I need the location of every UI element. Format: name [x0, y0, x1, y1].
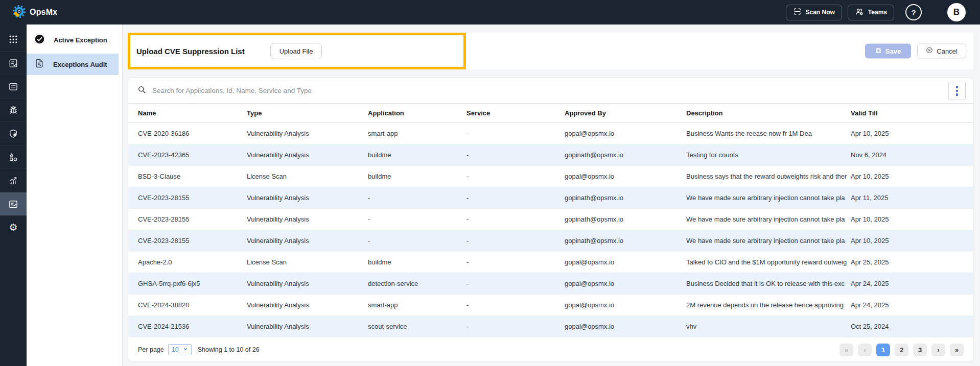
teams-button[interactable]: Teams [848, 5, 894, 20]
per-page-select[interactable]: 10 [168, 344, 192, 355]
app-screen: OpsMx Scan Now [0, 0, 980, 366]
cell-valid-till: Oct 25, 2024 [851, 323, 973, 330]
pagination-last-button[interactable]: » [950, 344, 964, 356]
cell-valid-till: Apr 10, 2025 [851, 237, 973, 245]
pagination-next-button[interactable]: › [931, 344, 945, 356]
cell-description: Testing for counts [686, 151, 851, 159]
cell-application: - [368, 237, 466, 245]
cell-name: CVE-2023-42365 [128, 151, 247, 159]
kebab-dot [956, 86, 959, 88]
cell-valid-till: Apr 11, 2025 [851, 194, 973, 202]
brand-logo[interactable]: OpsMx [12, 5, 57, 20]
brand-name: OpsMx [30, 8, 57, 17]
sidebar-item-label: Exceptions Audit [53, 61, 107, 68]
cell-application: - [368, 215, 466, 223]
rail-item-reports[interactable] [0, 75, 27, 98]
scan-now-label: Scan Now [806, 9, 835, 16]
scan-icon [793, 7, 802, 17]
table-row[interactable]: CVE-2023-28155Vulnerability Analysis--go… [128, 209, 973, 230]
rail-item-apps[interactable] [0, 28, 27, 51]
table-row[interactable]: CVE-2024-21536Vulnerability Analysisscou… [128, 316, 973, 337]
cell-approved-by: gopal@opsmx.io [565, 130, 686, 137]
cancel-button[interactable]: Cancel [917, 44, 966, 59]
rail-item-security[interactable] [0, 121, 27, 145]
table-row[interactable]: CVE-2023-28155Vulnerability Analysis--go… [128, 187, 973, 209]
cell-service: - [466, 130, 565, 137]
cell-approved-by: gopal@opsmx.io [565, 258, 686, 266]
kebab-dot [956, 90, 959, 92]
sidebar-item-exceptions-audit[interactable]: Exceptions Audit [27, 54, 119, 75]
cell-name: CVE-2020-36186 [128, 130, 247, 137]
pagination-page-2[interactable]: 2 [895, 344, 908, 356]
rail-item-settings[interactable]: ⚙ [0, 215, 27, 239]
cell-approved-by: gopinath@opsmx.io [565, 215, 686, 223]
cell-type: Vulnerability Analysis [247, 215, 368, 223]
table-header-row: Name Type Application Service Approved B… [128, 104, 973, 123]
cell-approved-by: gopinath@opsmx.io [565, 151, 686, 159]
cell-description: Business Decided that it is OK to releas… [686, 280, 851, 287]
table-row[interactable]: BSD-3-ClauseLicense Scanbuildme-gopal@op… [128, 166, 973, 187]
icon-rail: ⚙ [0, 25, 27, 366]
cell-description: Talked to CIO and the $1M opportunity re… [686, 258, 851, 266]
pagination-page-3[interactable]: 3 [913, 344, 927, 356]
cell-type: License Scan [247, 258, 368, 266]
pagination-prev-button[interactable]: ‹ [858, 344, 872, 356]
user-avatar[interactable]: B [947, 3, 966, 21]
cell-type: Vulnerability Analysis [247, 151, 368, 159]
cell-valid-till: Apr 10, 2025 [851, 215, 973, 223]
search-row [128, 78, 973, 104]
rail-item-insights[interactable] [0, 168, 27, 192]
column-header-service[interactable]: Service [466, 109, 565, 117]
cell-type: Vulnerability Analysis [247, 280, 368, 287]
search-input[interactable] [151, 86, 613, 95]
rail-item-audit-report[interactable] [0, 51, 27, 75]
column-header-valid-till[interactable]: Valid Till [851, 109, 973, 117]
cell-type: License Scan [247, 173, 368, 180]
column-header-type[interactable]: Type [247, 109, 368, 117]
column-header-application[interactable]: Application [368, 109, 466, 117]
pagination-first-button[interactable]: « [839, 344, 853, 356]
cell-application: detection-service [368, 280, 466, 287]
cell-name: CVE-2023-28155 [128, 237, 247, 245]
cell-valid-till: Apr 25, 2025 [851, 258, 973, 266]
table-row[interactable]: CVE-2024-38820Vulnerability Analysissmar… [128, 295, 973, 316]
table-row[interactable]: GHSA-5rrq-pxf6-6jx5Vulnerability Analysi… [128, 273, 973, 295]
avatar-initial: B [953, 7, 960, 17]
cell-description: We have made sure arbitrary injection ca… [686, 194, 851, 202]
cell-valid-till: Nov 6, 2024 [851, 151, 973, 159]
save-button[interactable]: Save [865, 44, 911, 59]
upload-cve-panel: Upload CVE Suppression List Upload File [128, 33, 466, 69]
pagination: « ‹ 1 2 3 › » [839, 344, 964, 356]
kebab-menu-button[interactable] [948, 82, 966, 100]
cell-approved-by: gopal@opsmx.io [565, 301, 686, 309]
settings-gear-icon: ⚙ [9, 223, 17, 232]
check-circle-icon [34, 34, 45, 46]
cell-application: buildme [368, 258, 466, 266]
table-row[interactable]: Apache-2.0License Scanbuildme-gopal@opsm… [128, 252, 973, 273]
cell-application: smart-app [368, 301, 466, 309]
sidebar-item-active-exception[interactable]: Active Exception [27, 29, 119, 51]
help-button[interactable]: ? [905, 4, 922, 20]
table-row[interactable]: CVE-2023-42365Vulnerability Analysisbuil… [128, 144, 973, 166]
shield-lock-icon [8, 129, 18, 139]
cell-name: CVE-2024-21536 [128, 323, 247, 330]
table-row[interactable]: CVE-2020-36186Vulnerability Analysissmar… [128, 123, 973, 144]
scan-now-button[interactable]: Scan Now [786, 5, 842, 20]
cell-valid-till: Apr 24, 2025 [851, 301, 973, 309]
rail-item-vulnerabilities[interactable] [0, 98, 27, 121]
cell-approved-by: gopal@opsmx.io [565, 323, 686, 330]
upload-file-button[interactable]: Upload File [270, 43, 322, 59]
rail-item-integrations[interactable] [0, 145, 27, 168]
column-header-name[interactable]: Name [128, 109, 247, 117]
table-row[interactable]: CVE-2023-28155Vulnerability Analysis--go… [128, 230, 973, 252]
pagination-page-1[interactable]: 1 [876, 344, 890, 356]
cell-application: buildme [368, 151, 466, 159]
column-header-description[interactable]: Description [686, 109, 851, 117]
cell-service: - [466, 173, 565, 180]
rail-item-exceptions[interactable] [0, 192, 27, 215]
document-search-icon [34, 58, 44, 70]
cell-name: CVE-2024-38820 [128, 301, 247, 309]
cell-service: - [466, 301, 565, 309]
column-header-approved-by[interactable]: Approved By [565, 109, 686, 117]
cell-approved-by: gopal@opsmx.io [565, 173, 686, 180]
